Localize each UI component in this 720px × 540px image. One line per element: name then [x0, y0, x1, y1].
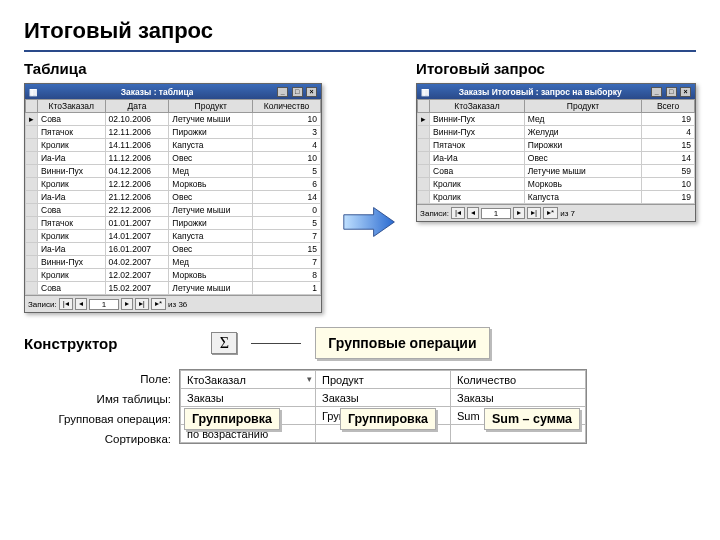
row-selector[interactable] — [26, 269, 38, 282]
cell[interactable]: Кролик — [38, 230, 106, 243]
cell[interactable]: 02.10.2006 — [105, 113, 169, 126]
table-row[interactable]: ▸Винни-ПухМед19 — [418, 113, 695, 126]
table-row[interactable]: Иа-Иа21.12.2006Овес14 — [26, 191, 321, 204]
cell[interactable]: 7 — [253, 256, 321, 269]
table-row[interactable]: Кролик12.02.2007Морковь8 — [26, 269, 321, 282]
cell[interactable]: Летучие мыши — [169, 204, 253, 217]
table-row[interactable]: Винни-Пух04.12.2006Мед5 — [26, 165, 321, 178]
nav-position-input[interactable] — [89, 299, 119, 310]
column-header[interactable]: КтоЗаказал — [430, 100, 525, 113]
tablename-cell[interactable]: Заказы — [316, 389, 451, 407]
nav-last-button[interactable]: ▸| — [527, 207, 541, 219]
column-header[interactable]: КтоЗаказал — [38, 100, 106, 113]
row-selector[interactable] — [26, 217, 38, 230]
table-row[interactable]: Иа-Иа16.01.2007Овес15 — [26, 243, 321, 256]
cell[interactable]: 01.01.2007 — [105, 217, 169, 230]
row-selector[interactable] — [26, 243, 38, 256]
cell[interactable]: 19 — [642, 113, 695, 126]
row-selector[interactable] — [418, 152, 430, 165]
table-row[interactable]: Кролик14.01.2007Капуста7 — [26, 230, 321, 243]
table-row[interactable]: ПятачокПирожки15 — [418, 139, 695, 152]
cell[interactable]: Пятачок — [38, 217, 106, 230]
cell[interactable]: Кролик — [38, 139, 106, 152]
cell[interactable]: Кролик — [430, 178, 525, 191]
cell[interactable]: Капуста — [169, 230, 253, 243]
cell[interactable]: 1 — [253, 282, 321, 295]
cell[interactable]: 5 — [253, 217, 321, 230]
cell[interactable]: Сова — [430, 165, 525, 178]
row-selector[interactable] — [26, 256, 38, 269]
tablename-cell[interactable]: Заказы — [451, 389, 586, 407]
row-selector[interactable] — [26, 230, 38, 243]
close-icon[interactable]: × — [306, 87, 317, 97]
field-cell[interactable]: КтоЗаказал — [181, 371, 316, 389]
cell[interactable]: Мед — [524, 113, 641, 126]
column-header[interactable]: Продукт — [169, 100, 253, 113]
cell[interactable]: 14 — [253, 191, 321, 204]
row-selector[interactable] — [26, 191, 38, 204]
table-row[interactable]: Винни-Пух04.02.2007Мед7 — [26, 256, 321, 269]
row-selector[interactable] — [418, 165, 430, 178]
cell[interactable]: Сова — [38, 204, 106, 217]
row-selector[interactable] — [418, 191, 430, 204]
cell[interactable]: 04.12.2006 — [105, 165, 169, 178]
table-row[interactable]: Кролик14.11.2006Капуста4 — [26, 139, 321, 152]
table-row[interactable]: Иа-ИаОвес14 — [418, 152, 695, 165]
row-selector[interactable] — [418, 139, 430, 152]
cell[interactable]: Иа-Иа — [430, 152, 525, 165]
close-icon[interactable]: × — [680, 87, 691, 97]
cell[interactable]: 15 — [642, 139, 695, 152]
cell[interactable]: 15.02.2007 — [105, 282, 169, 295]
cell[interactable]: Желуди — [524, 126, 641, 139]
cell[interactable]: 12.12.2006 — [105, 178, 169, 191]
cell[interactable]: Пирожки — [524, 139, 641, 152]
nav-new-button[interactable]: ▸* — [543, 207, 558, 219]
table-row[interactable]: СоваЛетучие мыши59 — [418, 165, 695, 178]
table-row[interactable]: Пятачок01.01.2007Пирожки5 — [26, 217, 321, 230]
field-cell[interactable]: Количество — [451, 371, 586, 389]
cell[interactable]: 14.11.2006 — [105, 139, 169, 152]
cell[interactable]: 5 — [253, 165, 321, 178]
cell[interactable]: 0 — [253, 204, 321, 217]
cell[interactable]: 15 — [253, 243, 321, 256]
cell[interactable]: Сова — [38, 113, 106, 126]
field-cell[interactable]: Продукт — [316, 371, 451, 389]
cell[interactable]: Винни-Пух — [38, 165, 106, 178]
cell[interactable]: Овес — [524, 152, 641, 165]
cell[interactable]: Сова — [38, 282, 106, 295]
cell[interactable]: Овес — [169, 191, 253, 204]
cell[interactable]: Летучие мыши — [524, 165, 641, 178]
row-selector[interactable] — [26, 165, 38, 178]
cell[interactable]: Овес — [169, 243, 253, 256]
cell[interactable]: Мед — [169, 165, 253, 178]
row-selector[interactable] — [26, 139, 38, 152]
row-selector[interactable] — [26, 282, 38, 295]
cell[interactable]: Кролик — [430, 191, 525, 204]
minimize-icon[interactable]: _ — [651, 87, 662, 97]
cell[interactable]: Винни-Пух — [430, 113, 525, 126]
nav-first-button[interactable]: |◂ — [59, 298, 73, 310]
nav-next-button[interactable]: ▸ — [121, 298, 133, 310]
table-row[interactable]: Пятачок12.11.2006Пирожки3 — [26, 126, 321, 139]
row-selector[interactable] — [26, 178, 38, 191]
table-row[interactable]: ▸Сова02.10.2006Летучие мыши10 — [26, 113, 321, 126]
cell[interactable]: 10 — [253, 113, 321, 126]
table-row[interactable]: Иа-Иа11.12.2006Овес10 — [26, 152, 321, 165]
cell[interactable]: 04.02.2007 — [105, 256, 169, 269]
cell[interactable]: 19 — [642, 191, 695, 204]
column-header[interactable]: Количество — [253, 100, 321, 113]
cell[interactable]: 21.12.2006 — [105, 191, 169, 204]
maximize-icon[interactable]: □ — [666, 87, 677, 97]
cell[interactable]: Овес — [169, 152, 253, 165]
cell[interactable]: Морковь — [169, 269, 253, 282]
cell[interactable]: 7 — [253, 230, 321, 243]
table-row[interactable]: КроликКапуста19 — [418, 191, 695, 204]
row-selector[interactable]: ▸ — [26, 113, 38, 126]
cell[interactable]: Пятачок — [430, 139, 525, 152]
cell[interactable]: Морковь — [524, 178, 641, 191]
nav-last-button[interactable]: ▸| — [135, 298, 149, 310]
cell[interactable]: 4 — [253, 139, 321, 152]
cell[interactable]: 8 — [253, 269, 321, 282]
cell[interactable]: 10 — [253, 152, 321, 165]
cell[interactable]: Пирожки — [169, 217, 253, 230]
